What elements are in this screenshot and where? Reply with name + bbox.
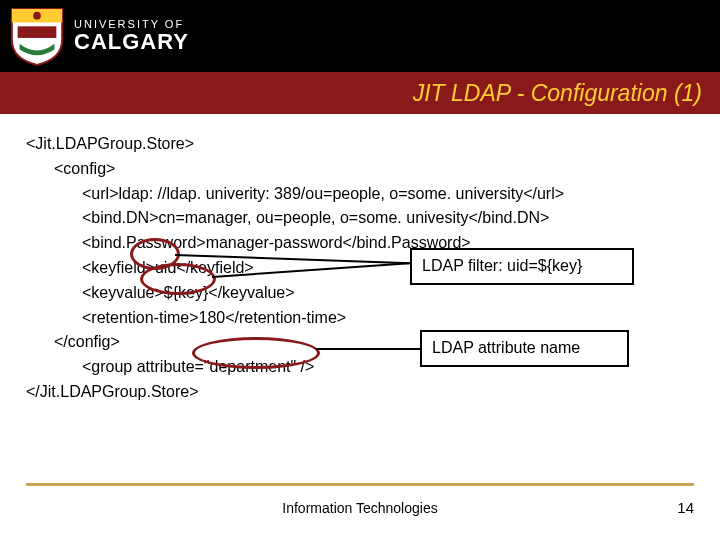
title-bar: JIT LDAP - Configuration (1) [0, 72, 720, 114]
callout-text: LDAP filter: uid=${key} [422, 257, 582, 274]
footer-org: Information Technologies [0, 500, 720, 516]
header-black-bar: UNIVERSITY OF CALGARY [0, 0, 720, 72]
slide-body: <Jit.LDAPGroup.Store> <config> <url>ldap… [0, 114, 720, 405]
svg-rect-0 [18, 26, 57, 38]
university-crest-icon [8, 5, 66, 67]
university-wordmark: UNIVERSITY OF CALGARY [74, 19, 189, 54]
code-line: <retention-time>180</retention-time> [26, 306, 694, 331]
code-line: <Jit.LDAPGroup.Store> [26, 132, 694, 157]
callout-ldap-attr: LDAP attribute name [420, 330, 629, 367]
code-line: <url>ldap: //ldap. univerity: 389/ou=peo… [26, 182, 694, 207]
highlight-ring-department [192, 337, 320, 369]
svg-point-1 [33, 12, 41, 20]
connector-line [316, 348, 420, 350]
code-line: <bind.DN>cn=manager, ou=people, o=some. … [26, 206, 694, 231]
slide-title: JIT LDAP - Configuration (1) [413, 80, 702, 107]
divider [26, 483, 694, 486]
code-line: </Jit.LDAPGroup.Store> [26, 380, 694, 405]
uni-line2: CALGARY [74, 30, 189, 53]
callout-text: LDAP attribute name [432, 339, 580, 356]
code-line: <config> [26, 157, 694, 182]
highlight-ring-key [140, 263, 216, 295]
page-number: 14 [677, 499, 694, 516]
callout-ldap-filter: LDAP filter: uid=${key} [410, 248, 634, 285]
